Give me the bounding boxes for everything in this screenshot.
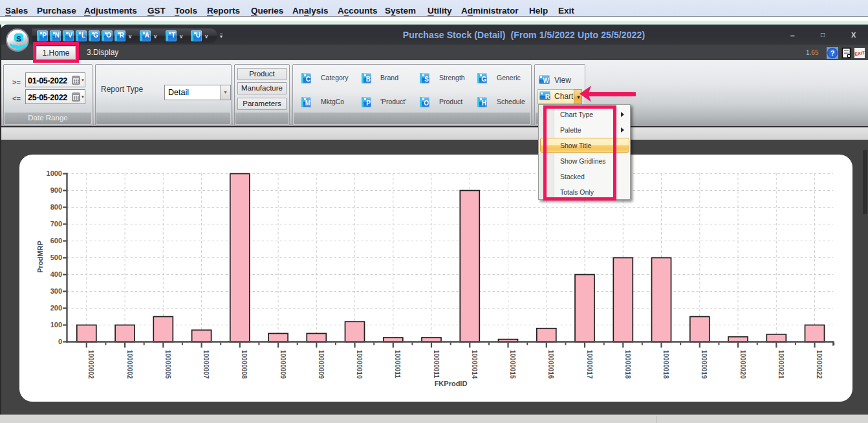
svg-text:10000009: 10000009 (318, 350, 325, 379)
svg-text:10000002: 10000002 (87, 350, 94, 379)
svg-text:S: S (16, 35, 21, 43)
svg-text:?: ? (830, 49, 835, 57)
svg-text:10000016: 10000016 (547, 350, 554, 379)
svg-text:10000018: 10000018 (662, 350, 669, 379)
svg-text:10000010: 10000010 (356, 350, 363, 379)
svg-text:10000017: 10000017 (586, 350, 593, 379)
svg-text:900: 900 (50, 186, 62, 194)
svg-text:1000: 1000 (47, 169, 62, 177)
svg-text:600: 600 (50, 237, 62, 244)
svg-text:800: 800 (50, 203, 62, 211)
svg-text:10000005: 10000005 (164, 350, 171, 379)
svg-text:0: 0 (58, 338, 62, 345)
svg-text:10000002: 10000002 (126, 350, 133, 379)
svg-text:200: 200 (50, 304, 62, 312)
svg-text:10000022: 10000022 (816, 350, 823, 379)
svg-text:300: 300 (50, 287, 62, 295)
svg-text:10000007: 10000007 (202, 350, 210, 379)
svg-text:FKProdID: FKProdID (435, 380, 468, 387)
svg-text:10000018: 10000018 (624, 350, 631, 379)
svg-text:10000020: 10000020 (739, 350, 746, 379)
svg-text:10000011: 10000011 (394, 350, 401, 378)
svg-text:ProdMRP: ProdMRP (36, 241, 44, 273)
svg-text:10000015: 10000015 (509, 350, 516, 379)
svg-text:10000008: 10000008 (241, 350, 248, 379)
svg-text:10000009: 10000009 (279, 350, 287, 379)
svg-text:100: 100 (50, 321, 62, 329)
svg-text:10000021: 10000021 (777, 350, 785, 379)
svg-text:10000011: 10000011 (433, 350, 440, 378)
svg-text:10000019: 10000019 (700, 350, 708, 379)
svg-text:500: 500 (50, 254, 62, 261)
svg-text:400: 400 (50, 270, 62, 278)
svg-text:700: 700 (50, 220, 62, 228)
svg-text:10000014: 10000014 (471, 350, 478, 379)
